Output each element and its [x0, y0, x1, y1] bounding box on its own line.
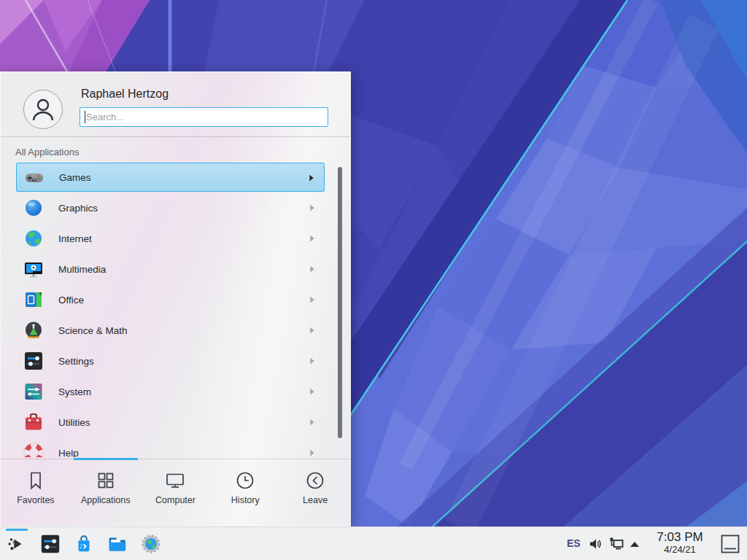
category-item-multimedia[interactable]: Multimedia: [16, 254, 325, 284]
category-list: Games Graphics: [16, 163, 325, 457]
favorites-icon: [25, 470, 47, 491]
office-icon: [22, 288, 45, 311]
submenu-arrow-icon: [306, 173, 317, 183]
applications-icon: [95, 470, 117, 491]
tab-applications[interactable]: Applications: [71, 459, 141, 528]
science-math-icon: [22, 319, 45, 342]
category-item-system[interactable]: System: [16, 377, 325, 406]
submenu-arrow-icon: [307, 233, 317, 244]
scrollbar[interactable]: [338, 167, 342, 438]
category-label: Help: [58, 448, 79, 458]
keyboard-layout-indicator[interactable]: ES: [567, 537, 581, 549]
category-label: Settings: [58, 356, 94, 367]
category-item-science-math[interactable]: Science & Math: [16, 316, 325, 345]
settings-icon: [22, 349, 45, 373]
help-icon: [22, 441, 45, 457]
header-separator: [1, 136, 350, 137]
taskbar-panel: ES 7:03 PM 4/24/21: [0, 526, 747, 560]
tab-label: Favorites: [17, 495, 54, 505]
submenu-arrow-icon: [307, 295, 317, 305]
application-launcher-menu: Raphael Hertzog Search... All Applicatio…: [0, 71, 351, 526]
category-item-graphics[interactable]: Graphics: [16, 193, 325, 222]
tab-leave[interactable]: Leave: [280, 459, 350, 528]
submenu-arrow-icon: [307, 264, 317, 274]
submenu-arrow-icon: [307, 386, 317, 397]
web-browser-icon[interactable]: [140, 533, 162, 555]
category-label: Games: [59, 172, 91, 183]
active-task-indicator: [6, 529, 28, 531]
user-name: Raphael Hertzog: [81, 88, 169, 101]
user-avatar-icon[interactable]: [23, 90, 63, 129]
category-label: Office: [58, 295, 84, 306]
tab-label: Leave: [303, 495, 328, 505]
submenu-arrow-icon: [307, 203, 317, 213]
tab-label: Applications: [81, 495, 130, 505]
history-icon: [234, 470, 256, 491]
submenu-arrow-icon: [307, 356, 317, 366]
submenu-arrow-icon: [307, 417, 317, 427]
tab-label: Computer: [155, 495, 196, 505]
category-item-settings[interactable]: Settings: [16, 346, 325, 376]
computer-icon: [164, 470, 186, 491]
text-caret: [85, 111, 85, 123]
app-launcher-icon[interactable]: [6, 533, 28, 555]
graphics-icon: [22, 196, 45, 219]
tab-label: History: [231, 495, 260, 505]
category-label: Internet: [58, 233, 92, 244]
section-label: All Applications: [15, 147, 79, 158]
system-settings-icon[interactable]: [39, 533, 61, 555]
category-label: Science & Math: [58, 325, 128, 336]
digital-clock[interactable]: 7:03 PM 4/24/21: [646, 530, 713, 555]
search-input[interactable]: Search...: [80, 107, 328, 127]
category-item-office[interactable]: Office: [16, 285, 325, 314]
category-item-help[interactable]: Help: [16, 438, 325, 457]
file-manager-icon[interactable]: [107, 533, 128, 555]
submenu-arrow-icon: [307, 448, 317, 457]
internet-icon: [22, 227, 45, 250]
tab-computer[interactable]: Computer: [141, 459, 211, 528]
clock-time: 7:03 PM: [646, 530, 713, 545]
submenu-arrow-icon: [307, 325, 317, 335]
volume-icon[interactable]: [588, 537, 603, 551]
category-label: Utilities: [58, 417, 90, 428]
clock-date: 4/24/21: [646, 545, 713, 556]
discover-icon[interactable]: [73, 533, 95, 555]
category-label: Graphics: [58, 203, 98, 214]
system-icon: [22, 380, 45, 403]
search-placeholder: Search...: [86, 112, 124, 122]
category-item-utilities[interactable]: Utilities: [16, 408, 325, 437]
wired-network-icon[interactable]: [608, 536, 624, 552]
launcher-tab-bar: Favorites Applications Computer: [1, 459, 350, 528]
category-item-games[interactable]: Games: [16, 163, 325, 192]
games-icon: [23, 166, 46, 189]
multimedia-icon: [22, 257, 45, 281]
show-desktop-button[interactable]: [721, 534, 740, 553]
leave-icon: [304, 470, 326, 491]
category-item-internet[interactable]: Internet: [16, 224, 325, 253]
tab-favorites[interactable]: Favorites: [1, 459, 71, 528]
expand-tray-icon[interactable]: [629, 540, 640, 548]
desktop: Raphael Hertzog Search... All Applicatio…: [0, 0, 747, 560]
utilities-icon: [22, 411, 45, 434]
category-label: Multimedia: [58, 264, 106, 275]
category-label: System: [58, 386, 91, 397]
tab-history[interactable]: History: [210, 459, 280, 528]
